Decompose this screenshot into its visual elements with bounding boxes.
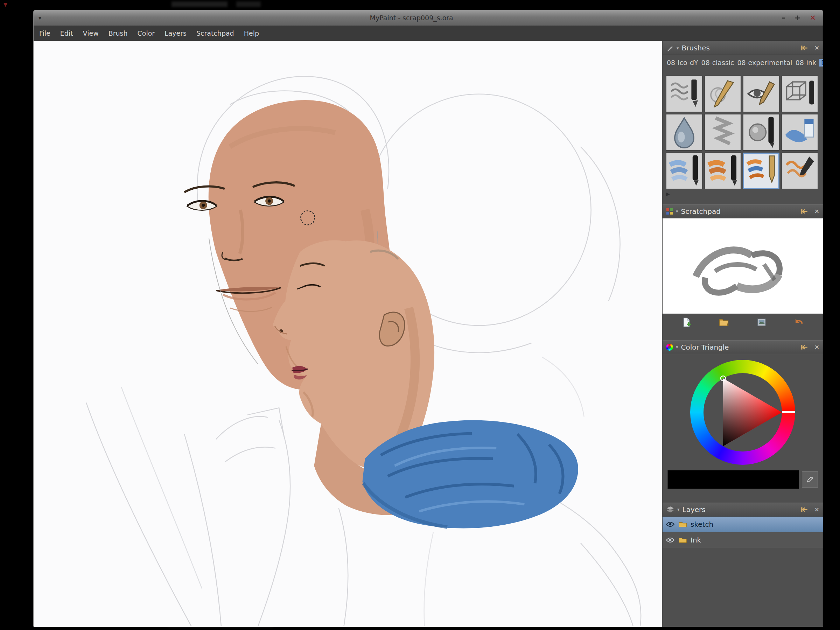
color-triangle-panel-title: Color Triangle	[681, 343, 797, 351]
brush-tile-orange-strokes[interactable]	[704, 153, 741, 189]
brush-tile-orange-scribble-nib[interactable]	[782, 153, 818, 189]
close-button[interactable]: ✕	[810, 14, 816, 22]
minimize-button[interactable]: –	[782, 14, 785, 22]
revert-scratchpad-button[interactable]	[789, 315, 809, 329]
scratchpad-icon	[666, 208, 673, 215]
canvas-artwork	[33, 41, 662, 627]
desktop: ▾ ▾ MyPaint - scrap009_s.ora – + ✕ File …	[0, 0, 840, 630]
layer-row-ink[interactable]: Ink	[663, 532, 823, 548]
dock-snap-icon[interactable]	[801, 344, 808, 351]
panel-close-icon[interactable]: ✕	[815, 344, 819, 351]
menu-layers[interactable]: Layers	[164, 29, 186, 37]
current-color-swatch	[668, 470, 799, 489]
layer-visibility-icon[interactable]	[666, 521, 675, 527]
brush-tile-zigzag-ribbon[interactable]	[704, 114, 741, 150]
brush-group-list: 08-Ico-dY08-classic08-experimental08-ink…	[663, 55, 823, 71]
desktop-artifact	[236, 2, 261, 7]
dock-panel: ▾ Brushes ✕ 08-Ico-dY08-classic08-experi…	[662, 41, 823, 627]
export-scratchpad-button[interactable]	[752, 315, 771, 329]
color-wheel-icon	[666, 344, 673, 351]
menu-help[interactable]: Help	[244, 29, 259, 37]
brushes-panel-header[interactable]: ▾ Brushes ✕	[663, 41, 823, 55]
collapse-icon[interactable]: ▾	[676, 208, 678, 214]
expander-icon[interactable]: ▶	[666, 191, 823, 197]
open-scratchpad-button[interactable]	[714, 315, 734, 329]
panel-close-icon[interactable]: ✕	[815, 44, 819, 51]
color-picker-button[interactable]	[802, 471, 818, 488]
brushes-panel-title: Brushes	[682, 44, 797, 52]
brush-tile-blue-dab-tube[interactable]	[782, 114, 818, 150]
scratchpad-panel-header[interactable]: ▾ Scratchpad ✕	[663, 204, 823, 218]
open-folder-icon	[718, 317, 729, 328]
dock-snap-icon[interactable]	[801, 208, 808, 215]
collapse-icon[interactable]: ▾	[677, 46, 679, 51]
mypaint-window: ▾ MyPaint - scrap009_s.ora – + ✕ File Ed…	[33, 10, 823, 627]
menu-color[interactable]: Color	[137, 29, 155, 37]
window-menu-icon[interactable]: ▾	[38, 15, 41, 21]
brush-tile-orange-blue-pencil[interactable]	[743, 153, 780, 189]
scratchpad-canvas[interactable]	[663, 218, 823, 314]
dock-snap-icon[interactable]	[801, 507, 808, 513]
revert-icon	[794, 317, 804, 328]
brush-group[interactable]: 08-Ico-dY	[667, 59, 698, 66]
layer-folder-icon	[679, 537, 687, 543]
hue-marker[interactable]	[782, 411, 795, 413]
desktop-corner-icon: ▾	[3, 0, 7, 9]
menu-view[interactable]: View	[83, 29, 99, 37]
current-color-row	[668, 471, 818, 489]
menu-edit[interactable]: Edit	[60, 29, 73, 37]
brush-tile-pencil-circles[interactable]	[704, 76, 741, 112]
brush-group[interactable]: 08-classic	[701, 59, 734, 66]
titlebar[interactable]: ▾ MyPaint - scrap009_s.ora – + ✕	[33, 10, 823, 26]
scratchpad-toolbar	[663, 314, 823, 331]
collapse-icon[interactable]: ▾	[677, 507, 680, 512]
color-triangle-panel-header[interactable]: ▾ Color Triangle ✕	[663, 340, 823, 354]
layer-name[interactable]: Ink	[690, 536, 701, 544]
collapse-icon[interactable]: ▾	[676, 344, 678, 350]
layers-panel-title: Layers	[682, 505, 797, 514]
brush-tile-scribble-marker[interactable]	[666, 76, 703, 112]
menu-file[interactable]: File	[39, 29, 51, 37]
panel-close-icon[interactable]: ✕	[815, 208, 819, 215]
menu-brush[interactable]: Brush	[109, 29, 128, 37]
brush-group[interactable]: Deevad4	[819, 59, 823, 66]
painting-canvas[interactable]	[33, 41, 662, 627]
desktop-artifact	[172, 2, 227, 7]
brush-tile-sphere-brush[interactable]	[743, 114, 780, 150]
panel-close-icon[interactable]: ✕	[815, 506, 819, 513]
new-scratchpad-button[interactable]	[677, 315, 696, 329]
menubar: File Edit View Brush Color Layers Scratc…	[33, 26, 823, 41]
dock-snap-icon[interactable]	[801, 45, 808, 51]
scratchpad-doodle	[663, 218, 823, 314]
brush-tile-water-drop[interactable]	[666, 114, 703, 150]
layer-folder-icon	[679, 521, 687, 527]
scratchpad-panel-title: Scratchpad	[681, 207, 797, 216]
export-image-icon	[756, 317, 767, 328]
maximize-button[interactable]: +	[794, 14, 801, 22]
color-wheel[interactable]	[690, 360, 795, 465]
menu-scratchpad[interactable]: Scratchpad	[196, 29, 234, 37]
eyedropper-icon	[806, 476, 814, 483]
brush-tile-eye-sketch[interactable]	[743, 76, 780, 112]
layer-name[interactable]: sketch	[690, 520, 713, 529]
new-icon	[681, 317, 692, 328]
brush-tile-cube-wireframe[interactable]	[782, 76, 818, 112]
layer-row-sketch[interactable]: sketch	[663, 516, 823, 532]
brush-tile-blue-smudge[interactable]	[666, 153, 703, 189]
layers-icon	[666, 506, 674, 513]
brush-group[interactable]: 08-experimental	[737, 59, 793, 66]
window-title: MyPaint - scrap009_s.ora	[41, 14, 782, 22]
brush-icon	[666, 44, 674, 52]
brush-grid	[666, 76, 819, 189]
layer-visibility-icon[interactable]	[666, 537, 675, 543]
saturation-triangle[interactable]	[690, 360, 795, 465]
layers-panel-header[interactable]: ▾ Layers ✕	[663, 503, 823, 516]
brush-group[interactable]: 08-ink	[796, 59, 816, 66]
blue-scarf	[363, 420, 578, 528]
